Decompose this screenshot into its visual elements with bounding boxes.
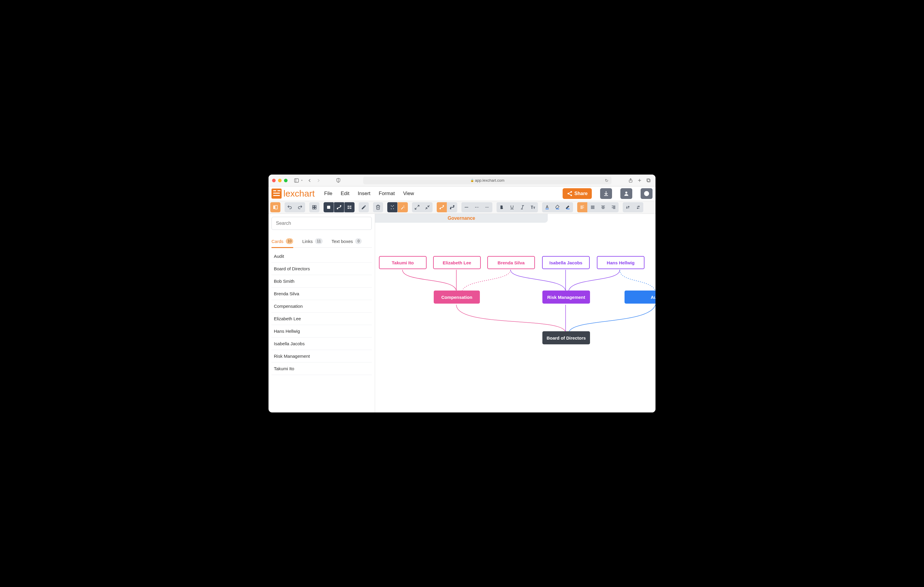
menu-insert[interactable]: Insert xyxy=(358,191,371,197)
expand-button[interactable] xyxy=(412,202,422,212)
auto-layout-button[interactable] xyxy=(387,202,398,212)
underline-button[interactable] xyxy=(507,202,517,212)
lock-icon: 🔒 xyxy=(470,179,474,182)
help-button[interactable] xyxy=(640,188,652,199)
search-input[interactable] xyxy=(272,217,372,230)
bold-button[interactable] xyxy=(497,202,507,212)
collapse-button[interactable] xyxy=(422,202,432,212)
direction-horizontal-button[interactable] xyxy=(633,202,643,212)
svg-line-34 xyxy=(428,205,429,207)
dashed-line-button[interactable] xyxy=(472,202,482,212)
fill-color-button[interactable] xyxy=(553,202,563,212)
list-item[interactable]: Elizabeth Lee xyxy=(272,312,372,325)
node-audit[interactable]: Au xyxy=(625,291,655,304)
add-link-button[interactable] xyxy=(334,202,344,212)
user-icon xyxy=(623,191,629,197)
menu-edit[interactable]: Edit xyxy=(340,191,349,197)
list-item[interactable]: Risk Management xyxy=(272,350,372,362)
list-item[interactable]: Brenda Silva xyxy=(272,288,372,300)
text-color-button[interactable] xyxy=(542,202,552,212)
back-button[interactable] xyxy=(306,177,313,184)
direction-vertical-button[interactable] xyxy=(623,202,633,212)
redo-button[interactable] xyxy=(295,202,305,212)
list-item[interactable]: Board of Directors xyxy=(272,263,372,275)
svg-point-25 xyxy=(340,206,341,206)
add-card-button[interactable] xyxy=(323,202,334,212)
tab-textboxes[interactable]: Text boxes 0 xyxy=(332,237,362,248)
tab-links-count: 11 xyxy=(315,238,322,244)
account-button[interactable] xyxy=(620,188,632,199)
download-button[interactable] xyxy=(600,188,612,199)
svg-point-9 xyxy=(568,193,569,194)
window-close-button[interactable] xyxy=(272,179,276,182)
share-button[interactable]: Share xyxy=(563,188,592,199)
reload-icon[interactable]: ↻ xyxy=(605,178,609,183)
align-right-button[interactable] xyxy=(609,202,619,212)
canvas[interactable]: Governance Takumi Ito E xyxy=(375,214,655,413)
tab-links[interactable]: Links 11 xyxy=(302,237,322,248)
svg-rect-6 xyxy=(647,179,650,182)
address-bar[interactable]: 🔒 app.lexchart.com ↻ xyxy=(363,177,611,184)
sidebar-toggle-icon[interactable] xyxy=(293,177,300,184)
tab-textboxes-count: 0 xyxy=(355,238,362,244)
window-zoom-button[interactable] xyxy=(284,179,287,182)
menu-view[interactable]: View xyxy=(403,191,414,197)
svg-point-24 xyxy=(337,208,338,209)
magic-wand-button[interactable] xyxy=(398,202,408,212)
list-item[interactable]: Audit xyxy=(272,250,372,263)
svg-rect-7 xyxy=(647,179,649,181)
node-hans[interactable]: Hans Hellwig xyxy=(597,256,645,269)
grid-button[interactable] xyxy=(309,202,319,212)
forward-button[interactable] xyxy=(315,177,322,184)
node-board[interactable]: Board of Directors xyxy=(542,331,590,344)
border-color-button[interactable] xyxy=(563,202,573,212)
solid-line-button[interactable] xyxy=(461,202,472,212)
edges-layer xyxy=(375,214,655,413)
align-justify-button[interactable] xyxy=(587,202,598,212)
align-center-button[interactable] xyxy=(598,202,608,212)
node-brenda[interactable]: Brenda Silva xyxy=(487,256,535,269)
add-textbox-button[interactable]: A xyxy=(345,202,355,212)
tab-cards[interactable]: Cards 10 xyxy=(272,237,293,248)
menu-file[interactable]: File xyxy=(324,191,332,197)
node-elizabeth[interactable]: Elizabeth Lee xyxy=(433,256,481,269)
tab-links-label: Links xyxy=(302,239,313,244)
undo-button[interactable] xyxy=(285,202,295,212)
align-left-button[interactable] xyxy=(577,202,587,212)
tabs-overview-icon[interactable] xyxy=(645,177,652,184)
curve-connector-button[interactable] xyxy=(437,202,447,212)
tab-cards-label: Cards xyxy=(272,239,284,244)
share-sheet-icon[interactable] xyxy=(627,177,634,184)
dotted-line-button[interactable] xyxy=(482,202,492,212)
edit-button[interactable] xyxy=(359,202,369,212)
node-isabella[interactable]: Isabella Jacobs xyxy=(542,256,590,269)
privacy-shield-icon[interactable] xyxy=(335,177,342,184)
chevron-down-icon[interactable]: ▾ xyxy=(301,179,302,182)
delete-button[interactable] xyxy=(373,202,383,212)
menu-format[interactable]: Format xyxy=(379,191,395,197)
list-item[interactable]: Isabella Jacobs xyxy=(272,337,372,350)
download-icon xyxy=(603,191,609,197)
window-minimize-button[interactable] xyxy=(278,179,282,182)
url-text: app.lexchart.com xyxy=(475,178,505,183)
node-takumi[interactable]: Takumi Ito xyxy=(379,256,427,269)
list-item[interactable]: Compensation xyxy=(272,300,372,312)
new-tab-icon[interactable] xyxy=(636,177,643,184)
text-size-button[interactable] xyxy=(528,202,538,212)
list-item[interactable]: Takumi Ito xyxy=(272,362,372,375)
svg-rect-15 xyxy=(273,206,275,209)
tab-cards-count: 10 xyxy=(286,238,293,244)
svg-point-30 xyxy=(350,208,351,209)
svg-point-37 xyxy=(443,206,444,206)
italic-button[interactable] xyxy=(517,202,528,212)
sidebar-panel-toggle[interactable] xyxy=(270,202,280,212)
list-item[interactable]: Hans Hellwig xyxy=(272,325,372,337)
list-item[interactable]: Bob Smith xyxy=(272,275,372,288)
svg-rect-49 xyxy=(566,209,570,209)
svg-point-8 xyxy=(570,191,572,192)
elbow-connector-button[interactable] xyxy=(447,202,457,212)
node-compensation[interactable]: Compensation xyxy=(434,291,480,304)
app-logo[interactable]: lexchart xyxy=(272,189,315,199)
svg-point-14 xyxy=(646,194,647,195)
node-risk[interactable]: Risk Management xyxy=(542,291,590,304)
